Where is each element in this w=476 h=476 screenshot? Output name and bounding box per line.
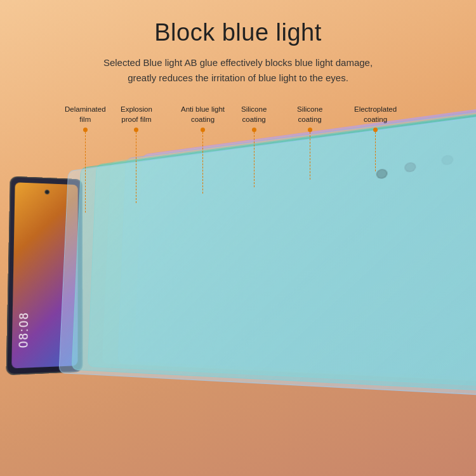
- line-4: [254, 132, 255, 187]
- dot-2: [134, 128, 138, 132]
- page-title: Block blue light: [154, 19, 322, 46]
- label-explosion: Explosionproof film: [121, 105, 152, 203]
- line-1: [85, 132, 86, 213]
- tablet-camera: [44, 190, 50, 195]
- label-electroplated: Electroplatedcoating: [354, 105, 397, 171]
- label-anti-blue: Anti blue lightcoating: [181, 105, 225, 194]
- line-5: [310, 132, 310, 180]
- tablet-time: 08:08: [17, 312, 30, 348]
- label-delaminated: Delaminatedfilm: [65, 105, 106, 213]
- layers-scene: Delaminatedfilm Explosionproof film Anti…: [0, 105, 476, 397]
- label-silicone-1: Siliconecoating: [241, 105, 267, 187]
- dot-1: [83, 128, 88, 132]
- dot-6: [373, 128, 378, 132]
- line-6: [375, 132, 376, 171]
- dot-3: [201, 128, 205, 132]
- dot-4: [252, 128, 256, 132]
- line-3: [202, 132, 203, 194]
- dot-5: [308, 128, 312, 132]
- label-silicone-2: Siliconecoating: [297, 105, 322, 180]
- line-2: [136, 132, 136, 203]
- subtitle: Selected Blue light AB glue effectively …: [103, 55, 373, 86]
- main-container: Block blue light Selected Blue light AB …: [0, 0, 476, 476]
